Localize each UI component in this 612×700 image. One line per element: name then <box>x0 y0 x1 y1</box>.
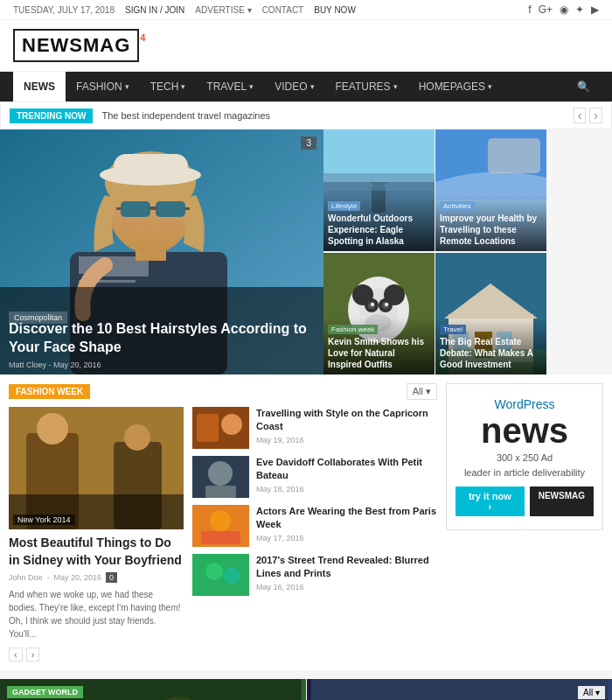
svg-rect-24 <box>488 138 540 173</box>
fashion-main-svg <box>9 407 184 529</box>
facebook-icon[interactable]: f <box>528 4 531 16</box>
hero-grid: Lifestyle Wonderful Outdoors Experience:… <box>323 130 546 374</box>
ad-news-label: news <box>456 413 594 448</box>
svg-rect-12 <box>149 206 157 210</box>
svg-point-49 <box>37 413 68 444</box>
fashion-section-header: FASHION WEEK All ▾ <box>9 383 437 400</box>
list-item[interactable]: 2017's Street Trend Revealed: Blurred Li… <box>192 554 437 596</box>
fashion-pagination: ‹ › <box>9 648 184 662</box>
top-bar-right: f G+ ◉ ✦ ▶ <box>528 4 599 16</box>
logo-superscript: 4 <box>140 32 146 43</box>
fashion-main-article: New York 2014 Most Beautiful Things to D… <box>9 407 184 662</box>
grid-tag-3: Fashion week <box>328 325 378 334</box>
trending-nav: ‹ › <box>574 108 602 123</box>
fashion-content: New York 2014 Most Beautiful Things to D… <box>9 407 437 662</box>
nav-homepages[interactable]: HOMEPAGES ▾ <box>408 72 503 102</box>
search-icon[interactable]: 🔍 <box>568 72 599 102</box>
trending-prev[interactable]: ‹ <box>574 108 587 123</box>
hero-grid-item-2[interactable]: Activities Improve your Health by Travel… <box>435 130 546 251</box>
top-bar-left: TUESDAY, JULY 17, 2018 SIGN IN / JOIN AD… <box>13 5 356 15</box>
list-date-1: May 19, 2016 <box>256 436 437 444</box>
ad-try-button[interactable]: try it now › <box>456 486 525 516</box>
youtube-icon[interactable]: ▶ <box>591 4 599 16</box>
grid-overlay-3: Fashion week Kevin Smith Shows his Love … <box>323 318 435 374</box>
list-thumb-3 <box>192 505 249 547</box>
hero-section: Cosmopolitan Discover the 10 Best Hairst… <box>0 130 612 374</box>
svg-point-59 <box>210 510 231 531</box>
bottom-grid: GADGET WORLD 52 Popular Movie Locations … <box>0 679 612 700</box>
contact-link[interactable]: CONTACT <box>262 5 304 15</box>
bottom-image-2 <box>307 679 613 700</box>
bottom-item-2[interactable]: All ▾ 30 Totally Awesome Vintage Wedding… <box>307 679 613 700</box>
nav-fashion[interactable]: FASHION ▾ <box>66 72 140 102</box>
fashion-main-excerpt: And when we woke up, we had these bodies… <box>9 588 184 640</box>
bottom-grid-section: GADGET WORLD 52 Popular Movie Locations … <box>0 679 612 700</box>
svg-rect-21 <box>323 173 435 191</box>
trending-text: The best independent travel magazines <box>101 110 564 121</box>
hero-badge: 3 <box>301 136 316 150</box>
ad-description: leader in article deliverability <box>456 467 594 478</box>
gadget-world-tag: GADGET WORLD <box>7 686 83 698</box>
chevron-down-icon: ▾ <box>310 82 315 91</box>
twitter-icon[interactable]: ✦ <box>575 4 584 16</box>
svg-rect-13 <box>116 207 122 210</box>
sign-in-link[interactable]: SIGN IN / JOIN <box>125 5 184 15</box>
grid-tag-4: Travel <box>440 325 466 334</box>
hero-grid-item-3[interactable]: Fashion week Kevin Smith Shows his Love … <box>323 253 435 374</box>
buy-now-link[interactable]: BUY NOW <box>314 5 356 15</box>
nav-travel[interactable]: TRAVEL ▾ <box>196 72 264 102</box>
header: NEWSMAG4 <box>0 20 612 72</box>
svg-rect-71 <box>310 679 608 700</box>
hero-grid-item-1[interactable]: Lifestyle Wonderful Outdoors Experience:… <box>323 130 435 251</box>
logo[interactable]: NEWSMAG4 <box>13 29 139 62</box>
list-thumb-1 <box>192 407 249 449</box>
svg-point-50 <box>124 424 150 451</box>
grid-tag-1: Lifestyle <box>328 201 360 211</box>
nav-video[interactable]: VIDEO ▾ <box>264 72 324 102</box>
fashion-location-tag: New York 2014 <box>13 514 75 525</box>
ad-wordpress-label: WordPress <box>456 397 594 411</box>
advertise-link[interactable]: ADVERTISE ▾ <box>195 5 251 15</box>
fashion-ad-row: FASHION WEEK All ▾ New Yo <box>0 374 612 670</box>
googleplus-icon[interactable]: G+ <box>539 4 553 16</box>
list-title-4: 2017's Street Trend Revealed: Blurred Li… <box>256 554 437 581</box>
grid-title-2: Improve your Health by Travelling to the… <box>440 213 542 247</box>
trending-next[interactable]: › <box>589 108 602 123</box>
svg-point-56 <box>208 461 233 486</box>
grid-tag-2: Activities <box>440 201 475 211</box>
list-item[interactable]: Eve Davidoff Collaborates With Petit Bat… <box>192 456 437 498</box>
fashion-main-meta: John Doe - May 20, 2016 0 <box>9 572 184 583</box>
instagram-icon[interactable]: ◉ <box>560 4 568 16</box>
svg-point-63 <box>223 567 240 584</box>
svg-point-62 <box>205 563 223 580</box>
nav-features[interactable]: FEATURES ▾ <box>325 72 408 102</box>
comment-count: 0 <box>106 572 117 583</box>
svg-point-35 <box>371 303 374 306</box>
ad-box: WordPress news 300 x 250 Ad leader in ar… <box>446 383 603 530</box>
nav-news[interactable]: NEWS <box>13 72 66 102</box>
chevron-down-icon: ▾ <box>181 82 185 91</box>
date: TUESDAY, JULY 17, 2018 <box>13 5 115 15</box>
chevron-down-icon: ▾ <box>393 82 398 91</box>
trending-label: TRENDING NOW <box>10 108 93 123</box>
fashion-next[interactable]: › <box>26 648 40 662</box>
hero-main[interactable]: Cosmopolitan Discover the 10 Best Hairst… <box>0 130 323 374</box>
chevron-down-icon: ▾ <box>488 82 492 91</box>
hero-title[interactable]: Discover the 10 Best Hairstyles Accordin… <box>9 320 315 357</box>
grid-overlay-4: Travel The Big Real Estate Debate: What … <box>435 318 546 374</box>
bottom-item-1[interactable]: GADGET WORLD 52 Popular Movie Locations … <box>0 679 306 700</box>
list-item[interactable]: Actors Are Wearing the Best from Paris W… <box>192 505 437 547</box>
fashion-filter[interactable]: All ▾ <box>407 383 437 400</box>
svg-rect-53 <box>197 414 219 442</box>
bottom-filter[interactable]: All ▾ <box>578 686 605 699</box>
hero-grid-item-4[interactable]: Travel The Big Real Estate Debate: What … <box>435 253 546 374</box>
nav-tech[interactable]: TECH ▾ <box>140 72 197 102</box>
fashion-section: FASHION WEEK All ▾ New Yo <box>9 383 437 662</box>
list-item[interactable]: Travelling with Style on the Capricorn C… <box>192 407 437 449</box>
ad-brand-label: NEWSMAG <box>530 486 594 516</box>
fashion-main-title[interactable]: Most Beautiful Things to Do in Sidney wi… <box>9 535 184 569</box>
fashion-list: Travelling with Style on the Capricorn C… <box>192 407 437 662</box>
fashion-main-image[interactable]: New York 2014 <box>9 407 184 529</box>
fashion-prev[interactable]: ‹ <box>9 648 23 662</box>
list-thumb-4 <box>192 554 249 596</box>
